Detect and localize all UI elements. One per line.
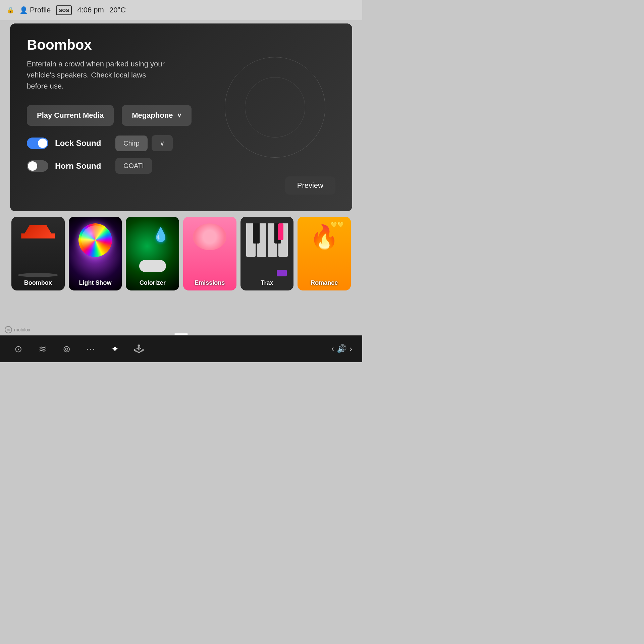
volume-control[interactable]: ‹ 🔊 › xyxy=(331,344,352,354)
horn-sound-choices: GOAT! xyxy=(115,158,152,174)
chirp-option[interactable]: Chirp xyxy=(115,136,148,151)
play-current-media-button[interactable]: Play Current Media xyxy=(27,105,114,126)
tile-trax[interactable]: Trax xyxy=(240,217,294,290)
mobilox-logo: m xyxy=(5,326,12,333)
climate-icon[interactable]: ≋ xyxy=(34,341,50,357)
megaphone-dropdown[interactable]: Megaphone ∨ xyxy=(122,105,191,126)
nav-indicator xyxy=(174,333,188,335)
boombox-title: Boombox xyxy=(27,37,335,53)
trax-purple-accent xyxy=(277,270,287,276)
volume-icon: 🔊 xyxy=(337,344,347,354)
car-icon xyxy=(21,223,55,240)
eyedropper-icon: 💧 xyxy=(152,227,169,243)
taskbar: ⊙ ≋ ⊚ ⋯ ✦ 🕹 ‹ 🔊 › xyxy=(0,335,362,362)
emissions-puff xyxy=(193,223,226,250)
controls-row: Play Current Media Megaphone ∨ xyxy=(27,105,335,126)
tile-colorizer[interactable]: 💧 Colorizer xyxy=(126,217,179,290)
camera-icon[interactable]: ⊚ xyxy=(58,341,74,357)
tile-romance-label: Romance xyxy=(298,279,351,286)
steering-icon[interactable]: ⊙ xyxy=(10,341,26,357)
campfire-icon: 🔥 xyxy=(310,223,339,251)
status-time: 4:06 pm xyxy=(77,6,104,14)
more-icon[interactable]: ⋯ xyxy=(83,341,99,357)
chevron-left-icon[interactable]: ‹ xyxy=(331,344,334,354)
tile-boombox-label: Boombox xyxy=(11,279,65,286)
tile-lightshow[interactable]: Light Show xyxy=(69,217,122,290)
status-temperature: 20°C xyxy=(109,6,126,14)
lock-sound-label: Lock Sound xyxy=(55,139,109,148)
dropdown-arrow-icon: ∨ xyxy=(177,112,181,119)
tile-romance[interactable]: 💛💛 🔥 Romance xyxy=(298,217,351,290)
trax-pink-accent xyxy=(278,223,283,240)
main-content: Boombox Entertain a crowd when parked us… xyxy=(0,20,362,294)
platform-icon xyxy=(18,273,58,277)
lock-sound-row: Lock Sound Chirp ∨ xyxy=(27,135,335,151)
tile-lightshow-label: Light Show xyxy=(69,279,122,286)
boombox-content: Boombox Entertain a crowd when parked us… xyxy=(10,23,352,194)
tile-emissions[interactable]: Emissions xyxy=(183,217,236,290)
horn-sound-row: Horn Sound GOAT! xyxy=(27,158,335,174)
color-sample-shape xyxy=(139,260,166,272)
status-bar: 🔒 👤 Profile sos 4:06 pm 20°C xyxy=(0,0,362,20)
arcade-icon[interactable]: 🕹 xyxy=(131,341,147,357)
mobilox-text: mobilox xyxy=(14,327,30,332)
tile-boombox[interactable]: Boombox xyxy=(11,217,65,290)
toggle-knob xyxy=(38,139,47,148)
chevron-right-icon[interactable]: › xyxy=(350,344,352,354)
lock-sound-choices: Chirp ∨ xyxy=(115,135,173,151)
sos-button[interactable]: sos xyxy=(56,5,72,15)
games-icon[interactable]: ✦ xyxy=(107,341,123,357)
black-key-1 xyxy=(253,223,260,244)
mobilox-watermark: m mobilox xyxy=(5,326,30,333)
horn-sound-toggle[interactable] xyxy=(27,160,48,172)
lock-icon: 🔒 xyxy=(7,6,14,14)
profile-button[interactable]: 👤 Profile xyxy=(19,6,51,14)
megaphone-label: Megaphone xyxy=(132,111,173,120)
goat-option[interactable]: GOAT! xyxy=(115,158,152,174)
boombox-description: Entertain a crowd when parked using your… xyxy=(27,58,168,92)
horn-sound-label: Horn Sound xyxy=(55,161,109,171)
tile-trax-label: Trax xyxy=(240,279,294,286)
person-icon: 👤 xyxy=(19,6,28,14)
tile-colorizer-label: Colorizer xyxy=(126,279,179,286)
dropdown-icon[interactable]: ∨ xyxy=(152,135,173,151)
tile-emissions-label: Emissions xyxy=(183,279,236,286)
app-tiles-row: Boombox Light Show 💧 Colorizer Emissions xyxy=(10,217,352,290)
toggle-knob-horn xyxy=(28,161,37,171)
disco-shine xyxy=(81,225,109,254)
boombox-panel: Boombox Entertain a crowd when parked us… xyxy=(10,23,352,211)
profile-label: Profile xyxy=(30,6,51,14)
lock-sound-toggle[interactable] xyxy=(27,138,48,149)
